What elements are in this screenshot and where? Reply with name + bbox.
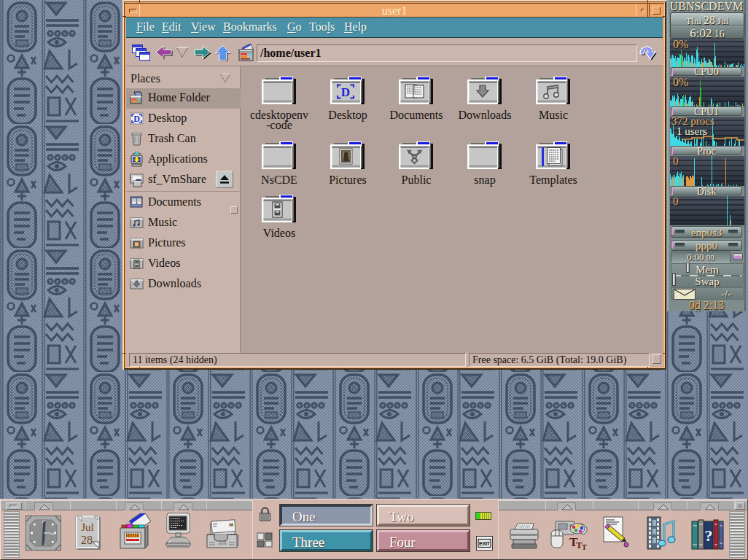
svg-text:?: ? xyxy=(705,526,713,545)
svg-text:EXIT: EXIT xyxy=(479,540,490,547)
svg-text:Jul: Jul xyxy=(81,521,94,533)
svg-text:28: 28 xyxy=(81,534,93,546)
svg-text:D: D xyxy=(341,85,350,99)
svg-text:T: T xyxy=(582,543,587,551)
svg-text:D: D xyxy=(133,114,140,124)
